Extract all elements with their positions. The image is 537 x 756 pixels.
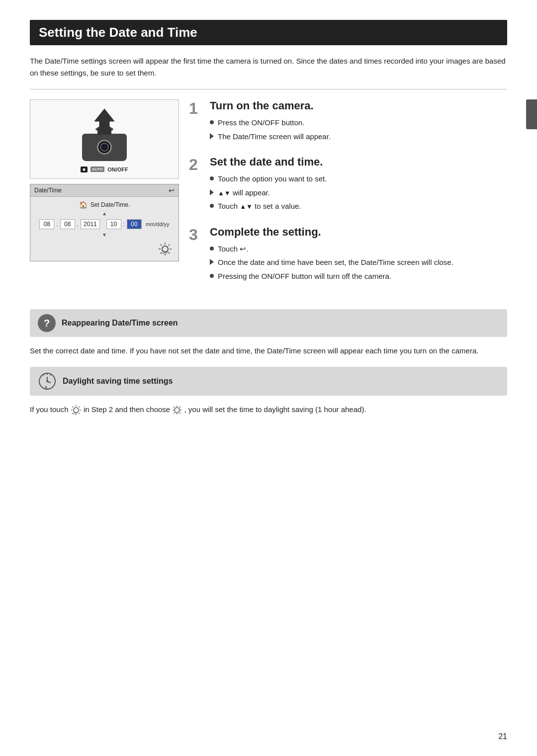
bullet-arrow xyxy=(210,133,214,139)
svg-text:OFF: OFF xyxy=(162,251,169,254)
onoff-text: ON/OFF xyxy=(107,167,128,172)
divider xyxy=(30,89,507,89)
step-2-heading: Set the date and time. xyxy=(210,156,507,168)
svg-marker-0 xyxy=(94,109,114,129)
bullet-circle xyxy=(210,247,214,251)
svg-line-27 xyxy=(79,407,80,408)
svg-line-38 xyxy=(174,413,175,414)
step-3-bullet-1: Touch ↩. xyxy=(210,244,507,255)
dt-arrow-up: ▲ xyxy=(30,211,179,217)
dt-set-label: Set Date/Time. xyxy=(90,201,130,208)
onoff-area: ■ AUTO ON/OFF xyxy=(81,167,128,172)
intro-text: The Date/Time settings screen will appea… xyxy=(30,55,507,79)
page-number: 21 xyxy=(498,732,507,741)
camera-lens xyxy=(97,140,112,155)
sun-on-inline xyxy=(172,405,182,415)
dt-fields-row: 08 . 08 . 2011 10 : 00 mm/dd/yy xyxy=(30,217,179,231)
step-2-bullet-1: Touch the option you want to set. xyxy=(210,173,507,185)
datetime-screen: Date/Time ↩ 🏠 Set Date/Time. ▲ 08 . 08 .… xyxy=(30,184,179,261)
step-3-number: 3 xyxy=(189,227,204,243)
step-1-number: 1 xyxy=(189,100,204,116)
question-mark-icon: ? xyxy=(38,314,56,332)
step-3-heading: Complete the setting. xyxy=(210,226,507,239)
mode-badge: ■ xyxy=(81,167,87,172)
svg-line-9 xyxy=(169,245,170,246)
bullet-circle xyxy=(210,204,214,208)
steps-section: ■ AUTO ON/OFF Date/Time ↩ 🏠 Set Date/Tim… xyxy=(30,99,507,295)
camera-illustration: ■ AUTO ON/OFF xyxy=(81,106,128,172)
step-1-bullet-1: Press the ON/OFF button. xyxy=(210,117,507,129)
dt-year-field: 2011 xyxy=(81,219,100,229)
svg-line-26 xyxy=(79,413,80,414)
dt-format-field: mm/dd/yy xyxy=(146,221,170,227)
step-2: 2 Set the date and time. Touch the optio… xyxy=(189,156,507,215)
dt-return-icon: ↩ xyxy=(169,186,175,194)
svg-line-8 xyxy=(169,252,170,254)
step-2-bullets: Touch the option you want to set. ▲▼ wil… xyxy=(210,173,507,212)
svg-line-36 xyxy=(179,413,180,414)
step-2-bullet-2: ▲▼ will appear. xyxy=(210,187,507,199)
auto-badge: AUTO xyxy=(90,167,105,172)
daylight-icon: 8 xyxy=(38,372,57,391)
step-2-bullet-3: Touch ▲▼ to set a value. xyxy=(210,201,507,212)
dt-house-icon: 🏠 xyxy=(79,201,88,209)
step-1-heading: Turn on the camera. xyxy=(210,99,507,112)
dt-month-field: 08 xyxy=(39,219,54,229)
note-reappearing: ? Reappearing Date/Time screen xyxy=(30,309,507,337)
dt-hour-field: 10 xyxy=(106,219,121,229)
bullet-circle xyxy=(210,120,214,124)
bullet-circle xyxy=(210,176,214,180)
camera-body xyxy=(82,134,127,161)
step-3: 3 Complete the setting. Touch ↩. Once th… xyxy=(189,226,507,285)
svg-text:8: 8 xyxy=(45,385,47,390)
dt-sun-area: OFF xyxy=(30,238,179,261)
dt-title-row: 🏠 Set Date/Time. xyxy=(30,197,179,211)
note-reappearing-title: Reappearing Date/Time screen xyxy=(62,319,178,328)
step-2-content: Set the date and time. Touch the option … xyxy=(210,156,507,215)
edge-tab xyxy=(526,99,537,129)
camera-onoff-illustration: ■ AUTO ON/OFF xyxy=(30,99,179,179)
dt-arrow-down: ▼ xyxy=(30,231,179,238)
svg-point-18 xyxy=(46,380,48,382)
sun-off-inline: OFF xyxy=(71,405,82,416)
bullet-arrow xyxy=(210,189,214,195)
step-3-bullet-2: Once the date and time have been set, th… xyxy=(210,257,507,268)
steps-content: 1 Turn on the camera. Press the ON/OFF b… xyxy=(189,99,507,295)
svg-line-7 xyxy=(161,245,162,246)
title-text: Setting the Date and Time xyxy=(39,25,197,40)
svg-line-35 xyxy=(174,407,175,408)
step-2-number: 2 xyxy=(189,157,204,172)
step-3-bullets: Touch ↩. Once the date and time have bee… xyxy=(210,244,507,282)
svg-line-37 xyxy=(179,407,180,408)
bullet-arrow xyxy=(210,259,214,265)
step-1: 1 Turn on the camera. Press the ON/OFF b… xyxy=(189,99,507,145)
dt-header-label: Date/Time xyxy=(34,187,62,194)
note-reappearing-body: Set the correct date and time. If you ha… xyxy=(30,345,507,357)
step-1-bullets: Press the ON/OFF button. The Date/Time s… xyxy=(210,117,507,142)
svg-text:OFF: OFF xyxy=(73,412,78,415)
sun-off-icon: OFF xyxy=(158,242,173,256)
note-daylight: 8 Daylight saving time settings xyxy=(30,367,507,396)
step-3-bullet-3: Pressing the ON/OFF button will turn off… xyxy=(210,271,507,282)
dt-minute-field: 00 xyxy=(127,219,142,229)
step-3-content: Complete the setting. Touch ↩. Once the … xyxy=(210,226,507,285)
step-1-bullet-2: The Date/Time screen will appear. xyxy=(210,131,507,143)
note-daylight-body: If you touch OFF in Step 2 and then choo… xyxy=(30,404,507,416)
camera-images: ■ AUTO ON/OFF Date/Time ↩ 🏠 Set Date/Tim… xyxy=(30,99,179,295)
svg-line-25 xyxy=(72,407,73,408)
dt-day-field: 08 xyxy=(60,219,75,229)
bullet-circle xyxy=(210,274,214,278)
svg-point-30 xyxy=(175,408,179,413)
page-title: Setting the Date and Time xyxy=(30,20,507,45)
step-1-content: Turn on the camera. Press the ON/OFF but… xyxy=(210,99,507,145)
note-daylight-title: Daylight saving time settings xyxy=(63,377,173,386)
dt-header: Date/Time ↩ xyxy=(30,184,179,197)
